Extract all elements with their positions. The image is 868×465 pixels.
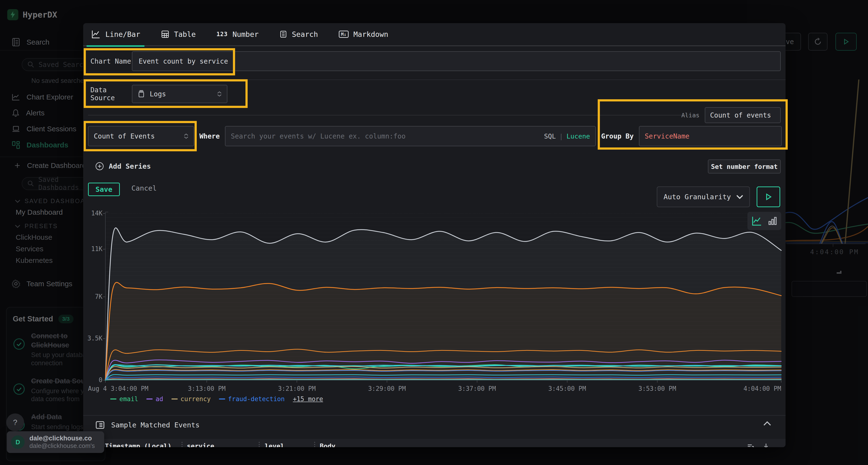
user-name: dale@clickhouse.co (29, 435, 95, 442)
screen: My New Dashboard HyperDX Search Saved Se… (0, 0, 868, 465)
legend-item[interactable]: fraud-detection (219, 395, 285, 403)
chart-name-row: Chart Name (90, 51, 781, 71)
legend-more-link[interactable]: +15 more (293, 395, 323, 403)
line-chart-icon (91, 30, 100, 38)
database-icon (138, 90, 145, 98)
series-divider-line (88, 115, 698, 115)
download-icon[interactable] (763, 443, 770, 447)
tab-search[interactable]: Search (279, 23, 318, 45)
tab-line-bar[interactable]: Line/Bar (91, 23, 140, 45)
avatar: D (11, 435, 25, 449)
sql-mode-toggle[interactable]: SQL (544, 133, 556, 140)
chart-name-label: Chart Name (90, 57, 132, 65)
legend-item[interactable]: email (110, 395, 138, 403)
data-source-row: Data Source Logs (90, 85, 227, 103)
legend-item[interactable]: ad (146, 395, 163, 403)
where-label: Where (199, 132, 220, 140)
data-source-select[interactable]: Logs (132, 85, 227, 103)
save-button[interactable]: Save (88, 182, 120, 196)
chart-type-toggle (747, 212, 781, 230)
select-chevrons-icon (184, 133, 188, 139)
alias-row: Alias (681, 107, 781, 123)
tab-markdown[interactable]: M↓ Markdown (339, 23, 388, 45)
granularity-select[interactable]: Auto Granularity (657, 187, 750, 207)
legend-item[interactable]: currency (172, 395, 211, 403)
lucene-mode-toggle[interactable]: Lucene (567, 133, 590, 140)
column-header[interactable]: Timestamp (Local) (105, 442, 172, 447)
group-by-label: Group By (601, 132, 633, 140)
alias-label: Alias (681, 112, 700, 119)
where-input[interactable] (231, 132, 540, 140)
list-icon (95, 420, 105, 430)
divider (83, 415, 785, 416)
chart-name-input[interactable] (132, 51, 781, 71)
series-row: Count of Events Where SQL | Lucene Group… (88, 126, 782, 146)
markdown-icon: M↓ (339, 31, 349, 38)
sample-events-header[interactable]: Sample Matched Events (95, 420, 199, 430)
where-input-wrap: SQL | Lucene (225, 126, 596, 146)
editor-tabs: Line/Bar Table 123 Number Search M↓ Mark… (83, 23, 785, 46)
tab-number[interactable]: 123 Number (217, 23, 259, 45)
help-button[interactable]: ? (6, 413, 24, 431)
active-tab-indicator (87, 45, 145, 47)
chevron-down-icon (736, 195, 743, 199)
alias-input[interactable] (705, 107, 781, 123)
number-123-icon: 123 (217, 31, 227, 38)
table-icon (161, 30, 169, 38)
sample-events-table-header: Timestamp (Local) service level Body (83, 439, 785, 447)
data-source-label: Data Source (90, 86, 132, 102)
select-chevrons-icon (217, 91, 222, 97)
column-filter-icon[interactable] (747, 443, 754, 447)
user-menu[interactable]: D dale@clickhouse.co dale@clickhouse.com… (7, 431, 104, 453)
chart-legend: email ad currency fraud-detection +15 mo… (110, 395, 323, 403)
cancel-button[interactable]: Cancel (131, 184, 157, 192)
preview-chart: 03.5K7K11K14KAug 4 3:04:00 PM3:13:00 PM3… (83, 206, 785, 395)
circle-plus-icon (95, 162, 104, 171)
set-number-format-button[interactable]: Set number format (708, 160, 781, 173)
column-header[interactable]: level (265, 442, 284, 447)
collapse-chevron-icon[interactable] (763, 421, 771, 427)
add-series-button[interactable]: Add Series (95, 162, 151, 171)
tab-table[interactable]: Table (161, 23, 196, 45)
bar-chart-toggle-icon[interactable] (768, 216, 777, 226)
user-email: dale@clickhouse.com's (29, 442, 95, 450)
column-header[interactable]: service (187, 442, 214, 447)
column-header[interactable]: Body (320, 442, 335, 447)
line-chart-toggle-icon[interactable] (751, 216, 762, 226)
search-list-icon (279, 30, 287, 38)
run-query-button[interactable] (756, 187, 780, 207)
aggregation-select[interactable]: Count of Events (88, 126, 194, 146)
chart-editor-modal: Line/Bar Table 123 Number Search M↓ Mark… (83, 23, 785, 447)
group-by-input[interactable]: ServiceName (639, 126, 782, 146)
play-icon (765, 193, 772, 200)
divider (83, 79, 785, 80)
